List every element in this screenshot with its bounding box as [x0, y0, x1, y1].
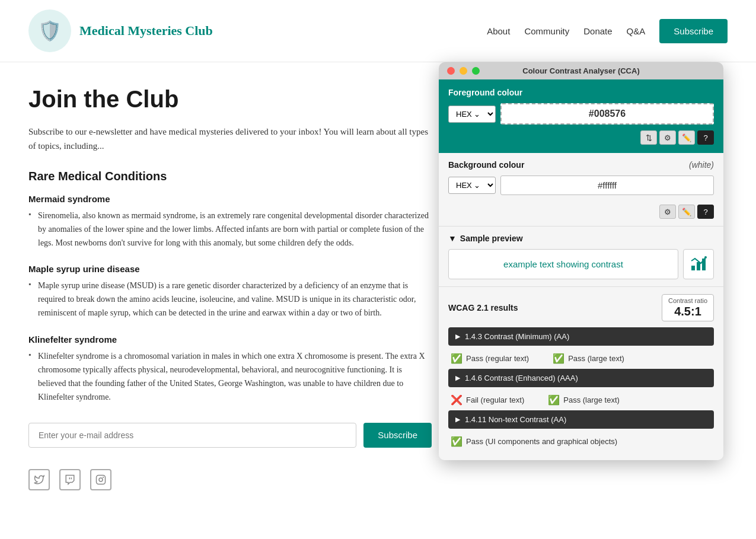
twitter-icon[interactable]	[28, 469, 50, 490]
contrast-ratio-label: Contrast ratio	[668, 297, 707, 304]
condition-klinefelter: Klinefelter syndrome Klinefelter syndrom…	[28, 334, 432, 404]
bg-input-row: HEX ⌄	[448, 176, 714, 195]
criterion-2[interactable]: ▶ 1.4.6 Contrast (Enhanced) (AAA)	[448, 369, 714, 387]
chart-preview-btn[interactable]	[683, 249, 714, 279]
criterion-3-result-1-text: Pass (UI components and graphical object…	[466, 437, 617, 446]
svg-rect-3	[691, 266, 695, 270]
fg-section: Foreground colour HEX ⌄ ⇅ ⚙ ✏️ ?	[439, 79, 723, 153]
logo-group: 🛡️ Medical Mysteries Club	[28, 9, 213, 52]
preview-text: example text showing contrast	[503, 259, 623, 269]
cca-window: Colour Contrast Analyser (CCA) Foregroun…	[439, 62, 723, 460]
instagram-icon[interactable]	[90, 469, 111, 490]
criterion-1-result-1: ✅ Pass (regular text)	[451, 353, 529, 364]
preview-arrow: ▼	[448, 234, 457, 243]
fg-hex-input[interactable]	[500, 103, 714, 125]
criterion-3[interactable]: ▶ 1.4.11 Non-text Contrast (AA)	[448, 410, 714, 429]
site-title: Medical Mysteries Club	[79, 23, 213, 39]
bg-label-row: Background colour (white)	[448, 160, 714, 170]
criterion-label-1: 1.4.3 Contrast (Minimum) (AA)	[465, 332, 569, 341]
criterion-3-result-1: ✅ Pass (UI components and graphical obje…	[451, 436, 617, 447]
email-input[interactable]	[28, 423, 356, 448]
results-section: WCAG 2.1 results Contrast ratio 4.5:1 ▶ …	[439, 287, 723, 460]
svg-point-2	[103, 477, 104, 477]
nav-qa[interactable]: Q&A	[627, 26, 646, 36]
condition-name-2: Maple syrup urine disease	[28, 264, 432, 274]
condition-desc-3: Klinefelter syndrome is a chromosomal va…	[28, 349, 432, 404]
svg-point-6	[704, 256, 707, 259]
subscribe-button[interactable]: Subscribe	[363, 423, 432, 448]
criterion-2-result-1-text: Fail (regular text)	[466, 396, 524, 404]
fg-tools: ⇅ ⚙ ✏️ ?	[448, 130, 714, 148]
section-title: Rare Medical Conditions	[28, 170, 432, 183]
preview-header: ▼ Sample preview	[448, 234, 714, 243]
contrast-ratio-value: 4.5:1	[668, 304, 707, 318]
criterion-label-3: 1.4.11 Non-text Contrast (AA)	[465, 415, 566, 424]
pass-icon-3: ✅	[548, 394, 560, 406]
criterion-1-result-2-text: Pass (large text)	[568, 354, 624, 363]
fg-format-select[interactable]: HEX ⌄	[448, 106, 496, 123]
fg-swap-btn[interactable]: ⇅	[640, 130, 657, 145]
preview-body: example text showing contrast	[448, 249, 714, 279]
navbar: 🛡️ Medical Mysteries Club About Communit…	[0, 0, 756, 62]
subscribe-row: Subscribe	[28, 423, 432, 448]
wcag-label: WCAG 2.1 results	[448, 303, 518, 312]
criterion-1-result-1-text: Pass (regular text)	[466, 354, 529, 363]
nav-links: About Community Donate Q&A Subscribe	[487, 19, 728, 43]
fg-adjust-btn[interactable]: ⚙	[659, 130, 676, 145]
nav-community[interactable]: Community	[524, 26, 569, 36]
criterion-1[interactable]: ▶ 1.4.3 Contrast (Minimum) (AA)	[448, 327, 714, 346]
pass-icon-1: ✅	[451, 353, 462, 364]
bg-section: Background colour (white) HEX ⌄ ⚙ ✏️ ?	[439, 153, 723, 227]
twitch-icon[interactable]	[59, 469, 81, 490]
nav-about[interactable]: About	[487, 26, 510, 36]
condition-name-1: Mermaid syndrome	[28, 194, 432, 204]
bg-info-btn[interactable]: ?	[697, 205, 714, 219]
bg-white-label: (white)	[689, 160, 714, 170]
criterion-2-result-2-text: Pass (large text)	[563, 396, 620, 404]
fg-label: Foreground colour	[448, 88, 714, 97]
criterion-arrow-2: ▶	[455, 374, 460, 382]
page-title: Join the Club	[28, 86, 432, 113]
results-header: WCAG 2.1 results Contrast ratio 4.5:1	[448, 294, 714, 321]
main-content: Join the Club Subscribe to our e-newslet…	[0, 62, 756, 514]
fail-icon-1: ❌	[451, 394, 462, 406]
bg-tools: ⚙ ✏️ ?	[448, 201, 714, 221]
preview-section: ▼ Sample preview example text showing co…	[439, 227, 723, 287]
pass-icon-2: ✅	[553, 353, 564, 364]
close-btn[interactable]	[447, 67, 455, 75]
condition-desc-1: Sirenomelia, also known as mermaid syndr…	[28, 209, 432, 250]
social-icons	[28, 469, 432, 490]
bg-picker-btn[interactable]: ✏️	[678, 205, 695, 219]
fg-input-row: HEX ⌄	[448, 103, 714, 125]
criterion-arrow-3: ▶	[455, 416, 460, 423]
criterion-2-result-1: ❌ Fail (regular text)	[451, 394, 524, 406]
logo-image: 🛡️	[28, 9, 71, 52]
condition-name-3: Klinefelter syndrome	[28, 334, 432, 345]
criterion-2-result-2: ✅ Pass (large text)	[548, 394, 620, 406]
fg-picker-btn[interactable]: ✏️	[678, 130, 695, 145]
condition-maple: Maple syrup urine disease Maple syrup ur…	[28, 264, 432, 320]
criterion-1-results: ✅ Pass (regular text) ✅ Pass (large text…	[448, 349, 714, 369]
criterion-label-2: 1.4.6 Contrast (Enhanced) (AAA)	[465, 374, 578, 382]
contrast-ratio-box: Contrast ratio 4.5:1	[662, 294, 714, 321]
cca-title: Colour Contrast Analyser (CCA)	[522, 66, 639, 75]
bg-format-select[interactable]: HEX ⌄	[448, 177, 496, 194]
pass-icon-4: ✅	[451, 436, 462, 447]
svg-rect-4	[697, 262, 700, 270]
fg-info-btn[interactable]: ?	[697, 130, 714, 145]
nav-donate[interactable]: Donate	[583, 26, 612, 36]
cca-titlebar: Colour Contrast Analyser (CCA)	[439, 62, 723, 79]
minimize-btn[interactable]	[460, 67, 467, 75]
bg-label: Background colour	[448, 160, 524, 170]
condition-mermaid: Mermaid syndrome Sirenomelia, also known…	[28, 194, 432, 250]
svg-point-1	[99, 478, 103, 481]
bg-adjust-btn[interactable]: ⚙	[659, 205, 676, 219]
criterion-arrow-1: ▶	[455, 333, 460, 340]
bg-hex-input[interactable]	[500, 176, 714, 195]
criterion-3-results: ✅ Pass (UI components and graphical obje…	[448, 432, 714, 452]
condition-desc-2: Maple syrup urine disease (MSUD) is a ra…	[28, 279, 432, 320]
intro-text: Subscribe to our e-newsletter and have m…	[28, 125, 432, 153]
criterion-1-result-2: ✅ Pass (large text)	[553, 353, 624, 364]
maximize-btn[interactable]	[472, 67, 480, 75]
nav-subscribe-button[interactable]: Subscribe	[659, 19, 728, 43]
